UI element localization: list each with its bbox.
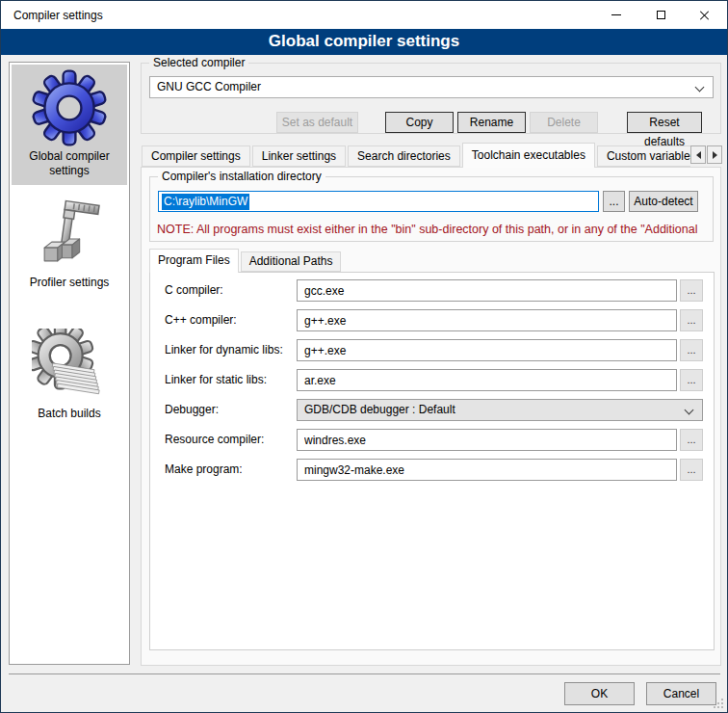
- auto-detect-button[interactable]: Auto-detect: [629, 191, 698, 212]
- compiler-settings-dialog: Compiler settings Global compiler settin…: [0, 0, 728, 713]
- maximize-button[interactable]: [638, 1, 683, 29]
- set-as-default-button[interactable]: Set as default: [276, 112, 358, 133]
- c-compiler-label: C compiler:: [165, 283, 223, 297]
- cpp-compiler-label: C++ compiler:: [165, 313, 237, 327]
- dynamic-linker-input[interactable]: [297, 339, 677, 361]
- dynamic-linker-row: Linker for dynamic libs: ...: [150, 339, 714, 362]
- cpp-compiler-row: C++ compiler: ...: [150, 309, 714, 332]
- sidebar-item-profiler-settings[interactable]: Profiler settings: [12, 195, 127, 297]
- tab-search-directories[interactable]: Search directories: [348, 145, 460, 167]
- browse-directory-button[interactable]: ...: [603, 191, 625, 212]
- installation-directory-input[interactable]: C:\raylib\MinGW: [158, 191, 599, 212]
- footer-divider: [9, 673, 720, 674]
- caliper-icon: [33, 199, 106, 273]
- subtab-additional-paths[interactable]: Additional Paths: [241, 251, 342, 272]
- selected-compiler-group-label: Selected compiler: [149, 56, 248, 69]
- blue-gear-icon: [31, 69, 108, 146]
- make-program-row: Make program: ...: [150, 459, 714, 482]
- static-linker-label: Linker for static libs:: [165, 373, 267, 386]
- subtab-program-files[interactable]: Program Files: [149, 249, 239, 273]
- bin-subdirectory-note: NOTE: All programs must exist either in …: [157, 223, 712, 236]
- settings-sidebar: Global compiler settings: [9, 62, 130, 665]
- close-icon: [699, 10, 711, 21]
- resource-compiler-row: Resource compiler: ...: [150, 429, 714, 452]
- program-files-tabstrip: Program Files Additional Paths: [149, 249, 343, 273]
- debugger-label: Debugger:: [165, 403, 219, 416]
- tab-scroll-left-button[interactable]: [690, 145, 706, 164]
- tab-custom-variables[interactable]: Custom variables: [597, 145, 690, 167]
- dynamic-linker-label: Linker for dynamic libs:: [165, 343, 283, 356]
- installation-directory-group-label: Compiler's installation directory: [158, 170, 325, 183]
- maximize-icon: [657, 11, 665, 19]
- sidebar-item-label: Batch builds: [15, 407, 123, 421]
- sidebar-item-batch-builds[interactable]: Batch builds: [12, 324, 127, 428]
- debugger-row: Debugger: GDB/CDB debugger : Default: [150, 399, 714, 422]
- resource-compiler-input[interactable]: [297, 429, 677, 451]
- reset-defaults-button[interactable]: Reset defaults: [627, 112, 702, 133]
- sidebar-item-label: Profiler settings: [15, 276, 123, 290]
- c-compiler-browse-button[interactable]: ...: [680, 279, 703, 302]
- chevron-down-icon: [685, 406, 694, 415]
- cancel-button[interactable]: Cancel: [646, 682, 716, 705]
- chevron-down-icon: [695, 83, 705, 92]
- program-files-panel: C compiler: ... C++ compiler: ... Linker…: [149, 272, 715, 650]
- make-program-browse-button[interactable]: ...: [680, 459, 703, 481]
- c-compiler-input[interactable]: [297, 279, 677, 302]
- copy-button[interactable]: Copy: [385, 112, 454, 133]
- tab-linker-settings[interactable]: Linker settings: [252, 145, 346, 167]
- static-linker-browse-button[interactable]: ...: [680, 369, 703, 391]
- make-program-input[interactable]: [297, 459, 677, 481]
- tab-toolchain-executables[interactable]: Toolchain executables: [462, 143, 595, 168]
- compiler-select[interactable]: GNU GCC Compiler: [149, 76, 714, 98]
- delete-button[interactable]: Delete: [530, 112, 598, 133]
- minimize-button[interactable]: [594, 1, 638, 29]
- make-program-label: Make program:: [165, 462, 243, 476]
- static-linker-row: Linker for static libs: ...: [150, 369, 714, 392]
- debugger-select-value: GDB/CDB debugger : Default: [304, 403, 455, 416]
- static-linker-input[interactable]: [297, 369, 677, 391]
- cpp-compiler-input[interactable]: [297, 309, 677, 331]
- cpp-compiler-browse-button[interactable]: ...: [680, 309, 703, 331]
- compiler-select-value: GNU GCC Compiler: [157, 80, 261, 93]
- debugger-select[interactable]: GDB/CDB debugger : Default: [297, 399, 703, 421]
- window-title: Compiler settings: [13, 9, 103, 22]
- ok-button[interactable]: OK: [564, 682, 635, 705]
- sidebar-item-global-compiler-settings[interactable]: Global compiler settings: [12, 65, 127, 185]
- titlebar[interactable]: Compiler settings: [1, 1, 727, 29]
- tab-compiler-settings[interactable]: Compiler settings: [142, 145, 250, 167]
- resource-compiler-browse-button[interactable]: ...: [680, 429, 703, 451]
- gear-stack-icon: [32, 329, 107, 404]
- arrow-left-icon: [696, 151, 701, 159]
- c-compiler-row: C compiler: ...: [150, 279, 714, 303]
- dynamic-linker-browse-button[interactable]: ...: [680, 339, 703, 361]
- arrow-right-icon: [713, 151, 717, 159]
- installation-directory-value: C:\raylib\MinGW: [162, 194, 249, 210]
- settings-tabstrip: Compiler settings Linker settings Search…: [142, 143, 690, 168]
- tab-scroll-right-button[interactable]: [707, 145, 722, 164]
- resize-grip[interactable]: [714, 699, 724, 709]
- sidebar-item-label: Global compiler settings: [15, 149, 123, 178]
- page-title: Global compiler settings: [1, 29, 727, 55]
- close-button[interactable]: [683, 1, 727, 29]
- rename-button[interactable]: Rename: [457, 112, 526, 133]
- minimize-icon: [611, 14, 621, 15]
- toolchain-executables-panel: Compiler's installation directory C:\ray…: [141, 167, 721, 666]
- resource-compiler-label: Resource compiler:: [165, 433, 264, 446]
- window-controls: [594, 1, 727, 29]
